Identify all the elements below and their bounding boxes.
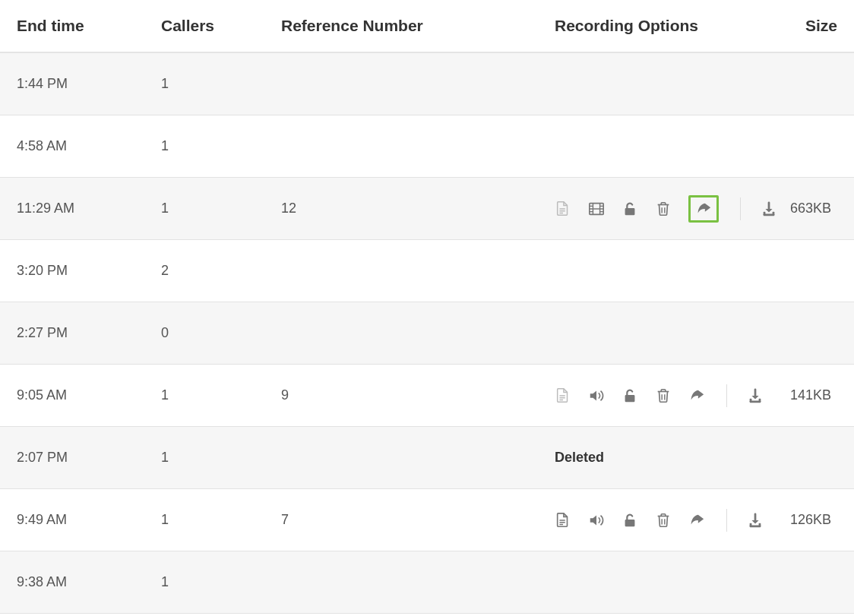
- cell-size: 126KB: [790, 512, 837, 528]
- table-row: 1:44 PM 1: [0, 53, 854, 115]
- cell-end-time: 3:20 PM: [17, 263, 161, 279]
- table-row: 11:29 AM 1 12 663KB: [0, 178, 854, 240]
- cell-reference: 9: [281, 387, 555, 403]
- table-header-row: End time Callers Reference Number Record…: [0, 0, 854, 53]
- cell-callers: 1: [161, 76, 281, 92]
- cell-options: [555, 384, 790, 407]
- header-options: Recording Options: [555, 17, 790, 35]
- cell-callers: 1: [161, 512, 281, 528]
- cell-end-time: 9:49 AM: [17, 512, 161, 528]
- cell-end-time: 1:44 PM: [17, 76, 161, 92]
- table-row: 2:27 PM 0: [0, 302, 854, 365]
- cell-options: [555, 509, 790, 532]
- unlock-icon[interactable]: [622, 201, 638, 217]
- recordings-table: End time Callers Reference Number Record…: [0, 0, 854, 614]
- table-row: 9:38 AM 1: [0, 551, 854, 614]
- divider: [726, 509, 727, 532]
- share-icon[interactable]: [688, 512, 705, 529]
- table-row: 9:05 AM 1 9 141KB: [0, 365, 854, 427]
- cell-callers: 1: [161, 387, 281, 403]
- cell-options: [555, 195, 790, 223]
- cell-size: 663KB: [790, 201, 837, 216]
- table-row: 3:20 PM 2: [0, 240, 854, 302]
- header-reference: Reference Number: [281, 17, 555, 35]
- cell-callers: 1: [161, 450, 281, 466]
- download-icon[interactable]: [747, 512, 764, 529]
- cell-callers: 2: [161, 263, 281, 279]
- header-size: Size: [790, 17, 837, 35]
- share-highlight: [688, 195, 719, 223]
- cell-reference: 7: [281, 512, 555, 528]
- file-icon[interactable]: [555, 512, 571, 529]
- file-icon[interactable]: [555, 201, 571, 217]
- download-icon[interactable]: [761, 201, 777, 217]
- cell-options: Deleted: [555, 450, 790, 466]
- film-icon[interactable]: [588, 201, 605, 217]
- unlock-icon[interactable]: [622, 387, 638, 404]
- share-icon[interactable]: [688, 387, 705, 404]
- cell-end-time: 9:05 AM: [17, 387, 161, 403]
- cell-callers: 1: [161, 201, 281, 216]
- header-end-time: End time: [17, 17, 161, 35]
- cell-callers: 1: [161, 138, 281, 154]
- divider: [740, 197, 741, 220]
- cell-size: 141KB: [790, 387, 837, 403]
- cell-end-time: 4:58 AM: [17, 138, 161, 154]
- table-row: 9:49 AM 1 7 126KB: [0, 489, 854, 551]
- download-icon[interactable]: [747, 387, 764, 404]
- cell-reference: 12: [281, 201, 555, 216]
- trash-icon[interactable]: [655, 201, 672, 217]
- table-row: 2:07 PM 1 Deleted: [0, 427, 854, 489]
- divider: [726, 384, 727, 407]
- trash-icon[interactable]: [655, 512, 672, 529]
- cell-callers: 1: [161, 574, 281, 590]
- file-icon[interactable]: [555, 387, 571, 404]
- header-callers: Callers: [161, 17, 281, 35]
- cell-end-time: 11:29 AM: [17, 201, 161, 216]
- audio-icon[interactable]: [588, 387, 605, 404]
- table-row: 4:58 AM 1: [0, 115, 854, 178]
- cell-callers: 0: [161, 325, 281, 341]
- unlock-icon[interactable]: [622, 512, 638, 529]
- trash-icon[interactable]: [655, 387, 672, 404]
- audio-icon[interactable]: [588, 512, 605, 529]
- share-icon[interactable]: [695, 201, 712, 217]
- cell-end-time: 2:27 PM: [17, 325, 161, 341]
- cell-end-time: 9:38 AM: [17, 574, 161, 590]
- deleted-label: Deleted: [555, 450, 604, 466]
- cell-end-time: 2:07 PM: [17, 450, 161, 466]
